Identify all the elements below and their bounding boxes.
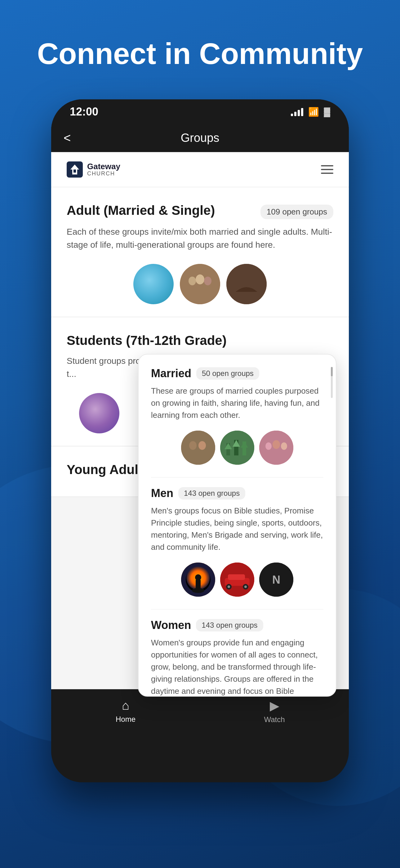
card-title-women: Women bbox=[151, 619, 191, 632]
logo-text: Gateway CHURCH bbox=[87, 162, 120, 177]
group-title-students: Students (7th-12th Grade) bbox=[67, 333, 333, 348]
card-divider-1 bbox=[151, 477, 324, 477]
phone-frame: 12:00 📶 ▓ < Groups bbox=[51, 99, 349, 782]
card-title-married: Married bbox=[151, 367, 191, 380]
card-image-men-2 bbox=[220, 562, 254, 597]
svg-point-32 bbox=[244, 586, 247, 588]
group-desc-adult: Each of these groups invite/mix both mar… bbox=[67, 225, 333, 251]
group-image-students-1 bbox=[79, 393, 120, 433]
group-badge-adult: 109 open groups bbox=[261, 205, 333, 219]
floating-card: Married 50 open groups These are groups … bbox=[138, 354, 336, 696]
logo-name: Gateway bbox=[87, 162, 120, 170]
group-images-adult bbox=[67, 264, 333, 304]
svg-point-17 bbox=[265, 442, 272, 450]
card-divider-2 bbox=[151, 609, 324, 610]
svg-point-5 bbox=[226, 264, 267, 304]
card-badge-married: 50 open groups bbox=[196, 367, 259, 380]
page-heading: Connect in Community bbox=[0, 37, 400, 70]
card-desc-married: These are groups of married couples purp… bbox=[151, 385, 324, 421]
group-header-adult: Adult (Married & Single) 109 open groups bbox=[67, 203, 333, 219]
card-images-married bbox=[151, 431, 324, 465]
tab-watch-label: Watch bbox=[264, 715, 285, 724]
tab-home-label: Home bbox=[116, 715, 135, 724]
status-bar: 12:00 📶 ▓ bbox=[51, 99, 349, 124]
gateway-logo-icon bbox=[67, 161, 83, 178]
content-area: Gateway CHURCH Adult (Married & Single) … bbox=[51, 152, 349, 733]
group-header-students: Students (7th-12th Grade) bbox=[67, 333, 333, 348]
logo-subtitle: CHURCH bbox=[87, 170, 120, 177]
card-image-men-1 bbox=[181, 562, 215, 597]
svg-rect-24 bbox=[196, 580, 201, 589]
card-image-men-3: N bbox=[259, 562, 293, 597]
svg-point-31 bbox=[228, 586, 230, 588]
nav-bar: < Groups bbox=[51, 124, 349, 152]
card-images-men: N bbox=[151, 562, 324, 597]
signal-icon bbox=[291, 107, 303, 116]
card-section-married[interactable]: Married 50 open groups These are groups … bbox=[151, 367, 324, 465]
page-heading-section: Connect in Community bbox=[0, 0, 400, 89]
status-icons: 📶 ▓ bbox=[291, 107, 330, 117]
card-badge-women: 143 open groups bbox=[196, 619, 263, 631]
scroll-indicator bbox=[331, 367, 333, 398]
svg-point-2 bbox=[189, 277, 196, 285]
back-button[interactable]: < bbox=[64, 131, 71, 145]
card-desc-men: Men's groups focus on Bible studies, Pro… bbox=[151, 505, 324, 553]
svg-point-7 bbox=[189, 441, 197, 450]
card-section-header-women: Women 143 open groups bbox=[151, 619, 324, 632]
svg-point-6 bbox=[181, 431, 215, 465]
wifi-icon: 📶 bbox=[308, 107, 319, 117]
card-image-married-1 bbox=[181, 431, 215, 465]
status-time: 12:00 bbox=[70, 105, 98, 118]
hamburger-menu[interactable] bbox=[321, 165, 333, 174]
card-badge-men: 143 open groups bbox=[178, 487, 245, 499]
battery-icon: ▓ bbox=[324, 107, 330, 117]
card-section-women[interactable]: Women 143 open groups Women's groups pro… bbox=[151, 619, 324, 696]
card-image-married-2 bbox=[220, 431, 254, 465]
floating-card-content: Married 50 open groups These are groups … bbox=[139, 354, 336, 696]
group-image-3 bbox=[226, 264, 267, 304]
group-title-adult: Adult (Married & Single) bbox=[67, 203, 254, 218]
card-image-married-3 bbox=[259, 431, 293, 465]
svg-text:N: N bbox=[272, 574, 280, 586]
svg-point-8 bbox=[198, 441, 206, 450]
card-section-header-men: Men 143 open groups bbox=[151, 487, 324, 500]
group-section-adult[interactable]: Adult (Married & Single) 109 open groups… bbox=[51, 187, 349, 317]
svg-point-25 bbox=[195, 574, 201, 581]
app-header: Gateway CHURCH bbox=[51, 152, 349, 187]
svg-point-3 bbox=[196, 274, 204, 284]
group-image-2 bbox=[180, 264, 220, 304]
card-desc-women: Women's groups provide fun and engaging … bbox=[151, 637, 324, 696]
svg-rect-28 bbox=[228, 574, 245, 580]
svg-point-19 bbox=[281, 442, 287, 450]
tab-watch[interactable]: ▶ Watch bbox=[200, 699, 349, 724]
svg-point-18 bbox=[272, 440, 280, 449]
scroll-thumb bbox=[331, 367, 333, 376]
svg-point-4 bbox=[204, 277, 211, 285]
nav-title: Groups bbox=[181, 131, 220, 145]
card-title-men: Men bbox=[151, 487, 173, 500]
watch-icon: ▶ bbox=[270, 699, 279, 713]
group-image-1 bbox=[133, 264, 174, 304]
phone-mockup: 12:00 📶 ▓ < Groups bbox=[51, 99, 349, 782]
home-icon: ⌂ bbox=[122, 699, 129, 712]
card-section-header-married: Married 50 open groups bbox=[151, 367, 324, 380]
logo-area: Gateway CHURCH bbox=[67, 161, 120, 178]
card-section-men[interactable]: Men 143 open groups Men's groups focus o… bbox=[151, 487, 324, 597]
tab-home[interactable]: ⌂ Home bbox=[51, 699, 200, 724]
